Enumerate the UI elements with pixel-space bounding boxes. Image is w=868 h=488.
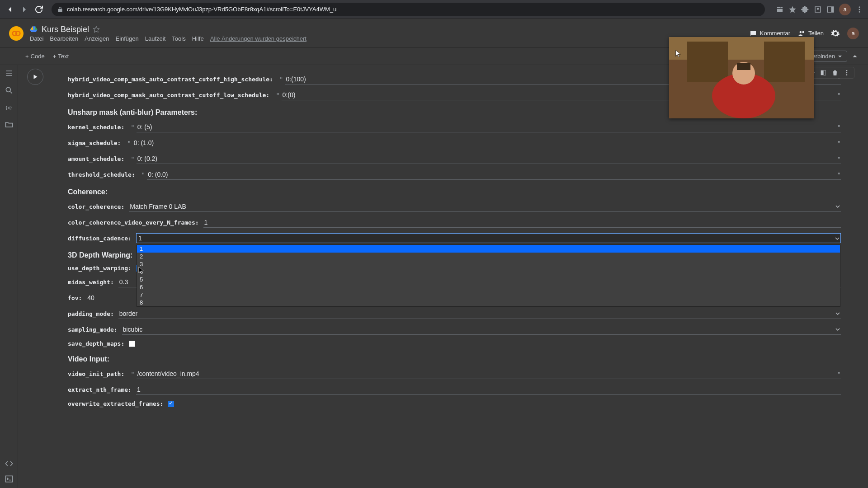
section-coherence: Coherence: — [68, 188, 841, 196]
extensions-icon[interactable] — [801, 5, 809, 14]
menu-file[interactable]: Datei — [30, 35, 43, 42]
input-kernel[interactable] — [137, 122, 841, 132]
svg-rect-21 — [687, 42, 728, 82]
forward-button[interactable] — [19, 4, 30, 15]
menu-insert[interactable]: Einfügen — [115, 35, 138, 42]
svg-rect-15 — [824, 70, 826, 75]
chrome-menu-icon[interactable] — [855, 5, 863, 14]
url-text: colab.research.google.com/drive/13G9KHyM… — [67, 6, 336, 13]
menu-view[interactable]: Anzeigen — [85, 35, 109, 42]
svg-rect-2 — [831, 7, 834, 12]
lock-icon — [57, 6, 63, 13]
account-box-icon[interactable] — [814, 5, 822, 14]
search-icon[interactable] — [5, 86, 14, 95]
svg-point-10 — [6, 87, 10, 92]
svg-point-8 — [800, 31, 802, 33]
svg-point-7 — [16, 31, 20, 35]
svg-rect-12 — [5, 476, 12, 482]
input-extract-nth[interactable] — [136, 385, 841, 395]
terminal-icon[interactable] — [5, 474, 14, 483]
variables-icon[interactable]: {x} — [5, 103, 14, 112]
add-text-button[interactable]: +Text — [53, 53, 69, 60]
svg-point-0 — [817, 8, 819, 10]
svg-text:{x}: {x} — [5, 104, 12, 110]
chevron-down-icon — [838, 54, 842, 59]
back-button[interactable] — [5, 4, 15, 15]
menu-bar: Datei Bearbeiten Anzeigen Einfügen Laufz… — [30, 35, 307, 42]
svg-point-5 — [859, 11, 860, 12]
browser-avatar[interactable]: a — [839, 4, 851, 15]
input-threshold[interactable] — [147, 169, 841, 180]
webcam-overlay — [669, 37, 814, 118]
menu-help[interactable]: Hilfe — [192, 35, 204, 42]
document-title[interactable]: Kurs Beispiel — [42, 25, 89, 34]
toc-icon[interactable] — [5, 69, 14, 78]
dd-option-4[interactable]: 4 — [137, 268, 840, 276]
menu-edit[interactable]: Bearbeiten — [50, 35, 78, 42]
dd-option-5[interactable]: 5 — [137, 276, 840, 283]
side-panel-icon[interactable] — [826, 5, 835, 14]
share-button[interactable]: Teilen — [797, 29, 824, 38]
checkbox-overwrite[interactable] — [168, 401, 174, 407]
input-amount[interactable] — [137, 154, 841, 164]
svg-point-16 — [846, 70, 848, 71]
input-video-init[interactable] — [137, 369, 841, 379]
dd-option-6[interactable]: 6 — [137, 283, 840, 291]
svg-point-18 — [846, 74, 848, 75]
run-cell-button[interactable] — [27, 69, 43, 85]
user-avatar[interactable]: a — [847, 28, 859, 39]
bookmark-star-icon[interactable] — [788, 5, 797, 14]
dd-option-2[interactable]: 2 — [137, 253, 840, 260]
input-cc-every-n[interactable] — [203, 217, 841, 228]
save-status[interactable]: Alle Änderungen wurden gespeichert — [210, 35, 307, 42]
dd-option-7[interactable]: 7 — [137, 291, 840, 299]
notebook-area: hybrid_video_comp_mask_auto_contrast_cut… — [18, 65, 868, 488]
settings-gear-icon[interactable] — [831, 29, 840, 38]
webcam-person-placeholder — [669, 37, 814, 118]
select-padding[interactable]: border — [118, 309, 841, 319]
checkbox-save-depth[interactable] — [129, 341, 135, 347]
menu-runtime[interactable]: Laufzeit — [145, 35, 166, 42]
svg-rect-25 — [737, 63, 750, 70]
chevron-down-icon — [835, 311, 840, 316]
left-rail: {x} — [0, 65, 18, 488]
comment-button[interactable]: Kommentar — [749, 29, 790, 38]
section-video: Video Input: — [68, 355, 841, 363]
browser-chrome: colab.research.google.com/drive/13G9KHyM… — [0, 0, 868, 19]
cursor-icon — [675, 50, 682, 57]
svg-point-9 — [802, 31, 805, 33]
svg-point-3 — [859, 6, 860, 8]
dd-option-3[interactable]: 3 — [137, 260, 840, 268]
more-icon[interactable] — [843, 69, 850, 76]
chevron-down-icon — [835, 204, 840, 209]
reload-button[interactable] — [33, 4, 44, 15]
collapse-icon[interactable] — [851, 52, 859, 61]
colab-logo[interactable] — [9, 26, 24, 41]
chevron-down-icon — [835, 236, 840, 241]
diffusion-cadence-dropdown: 1 2 3 4 5 6 7 8 — [137, 244, 840, 307]
star-icon[interactable] — [93, 26, 100, 33]
select-color-coherence[interactable]: Match Frame 0 LAB — [129, 202, 841, 212]
dd-option-1[interactable]: 1 — [137, 245, 840, 253]
svg-rect-22 — [764, 42, 805, 82]
dd-option-8[interactable]: 8 — [137, 299, 840, 306]
menu-tools[interactable]: Tools — [172, 35, 185, 42]
select-sampling[interactable]: bicubic — [122, 324, 841, 335]
delete-icon[interactable] — [831, 69, 839, 76]
drive-icon — [30, 25, 38, 33]
select-diffusion-cadence[interactable]: 1 1 2 3 4 5 6 7 8 — [136, 233, 841, 243]
add-code-button[interactable]: +Code — [25, 53, 45, 60]
mirror-icon[interactable] — [820, 69, 827, 76]
files-icon[interactable] — [5, 120, 14, 129]
cell-body: hybrid_video_comp_mask_auto_contrast_cut… — [50, 65, 859, 488]
address-bar[interactable]: colab.research.google.com/drive/13G9KHyM… — [52, 3, 765, 16]
input-sigma[interactable] — [133, 138, 841, 148]
svg-point-4 — [859, 9, 860, 10]
svg-rect-14 — [821, 70, 823, 75]
chevron-down-icon — [835, 327, 840, 332]
translate-icon[interactable] — [776, 5, 784, 14]
svg-point-17 — [846, 72, 848, 74]
code-snippets-icon[interactable] — [5, 459, 14, 468]
